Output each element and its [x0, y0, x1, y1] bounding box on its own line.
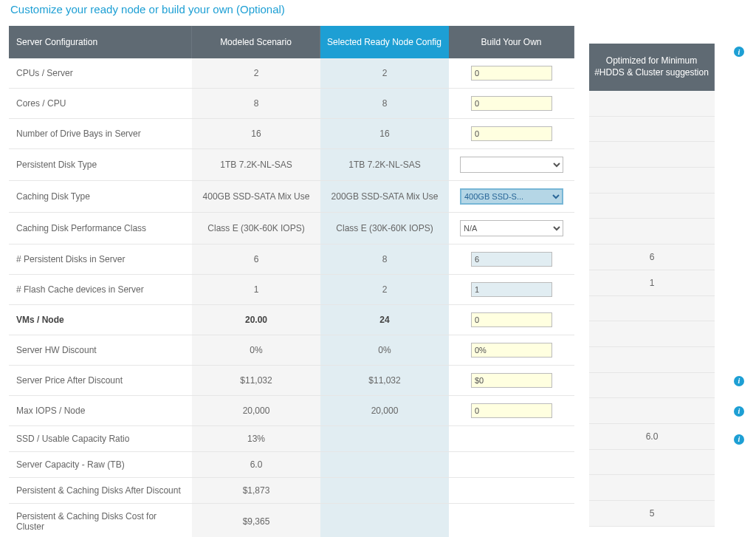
- selected-value: 2: [320, 275, 449, 305]
- byo-select[interactable]: 400GB SSD-S...: [460, 188, 563, 205]
- table-row: [589, 347, 715, 373]
- byo-cell: [449, 478, 574, 504]
- table-row: Persistent & Caching Disks Cost for Clus…: [9, 504, 574, 537]
- selected-value: 8: [320, 89, 449, 119]
- byo-input[interactable]: [471, 66, 552, 81]
- optimized-value: 5: [589, 501, 715, 527]
- byo-select[interactable]: N/A: [460, 220, 563, 236]
- byo-input[interactable]: [471, 282, 552, 297]
- modeled-value: 20,000: [192, 396, 320, 426]
- selected-value: [320, 478, 449, 504]
- page-title: Customize your ready node or build your …: [9, 0, 747, 26]
- table-row: [589, 373, 715, 399]
- byo-cell: [449, 452, 574, 478]
- info-icon[interactable]: i: [734, 47, 744, 57]
- row-label: Caching Disk Performance Class: [9, 213, 192, 244]
- row-label: Persistent Disk Type: [9, 149, 192, 181]
- modeled-value: 400GB SSD-SATA Mix Use: [192, 181, 320, 213]
- selected-value: 1TB 7.2K-NL-SAS: [320, 149, 449, 181]
- modeled-value: 0%: [192, 335, 320, 366]
- byo-input[interactable]: [471, 252, 552, 267]
- optimized-value: [589, 219, 715, 244]
- table-row: Server Price After Discount$11,032$11,03…: [9, 366, 574, 396]
- modeled-value: 1TB 7.2K-NL-SAS: [192, 149, 320, 181]
- table-row: [589, 219, 715, 244]
- optimized-value: [589, 91, 715, 117]
- byo-select[interactable]: [460, 157, 563, 173]
- optimized-table: Optimized for Minimum #HDDS & Cluster su…: [589, 44, 715, 527]
- modeled-value: Class E (30K-60K IOPS): [192, 213, 320, 244]
- info-icon[interactable]: i: [734, 434, 744, 445]
- optimized-value: [589, 475, 715, 501]
- table-row: Server HW Discount0%0%: [9, 335, 574, 366]
- optimized-value: [589, 321, 715, 347]
- optimized-value: [589, 142, 715, 168]
- selected-value: 8: [320, 244, 449, 275]
- table-row: Number of Drive Bays in Server1616: [9, 119, 574, 149]
- row-label: CPUs / Server: [9, 58, 192, 89]
- row-label: VMs / Node: [9, 305, 192, 335]
- byo-input[interactable]: [471, 126, 552, 141]
- byo-input[interactable]: [471, 96, 552, 111]
- table-row: 5: [589, 501, 715, 527]
- modeled-value: 6: [192, 244, 320, 275]
- optimized-value: [589, 373, 715, 399]
- modeled-value: 13%: [192, 426, 320, 452]
- table-row: # Flash Cache devices in Server12: [9, 275, 574, 305]
- optimized-value: [589, 347, 715, 373]
- info-icon[interactable]: i: [734, 406, 744, 417]
- optimized-value: [589, 296, 715, 322]
- byo-cell: [449, 275, 574, 305]
- byo-cell: [449, 396, 574, 426]
- modeled-value: 8: [192, 89, 320, 119]
- row-label: Server HW Discount: [9, 335, 192, 366]
- table-row: [589, 475, 715, 501]
- selected-value: 20,000: [320, 396, 449, 426]
- byo-cell: 400GB SSD-S...: [449, 181, 574, 213]
- table-row: [589, 450, 715, 476]
- modeled-value: $1,873: [192, 478, 320, 504]
- col-server-config: Server Configuration: [9, 26, 192, 58]
- modeled-value: 16: [192, 119, 320, 149]
- selected-value: Class E (30K-60K IOPS): [320, 213, 449, 244]
- byo-cell: [449, 305, 574, 335]
- byo-input[interactable]: [471, 343, 552, 358]
- table-row: Max IOPS / Node20,00020,000: [9, 396, 574, 426]
- table-row: Cores / CPU88: [9, 89, 574, 119]
- selected-value: [320, 504, 449, 537]
- table-row: [589, 142, 715, 168]
- optimized-value: 1: [589, 270, 715, 296]
- col-build-your-own: Build Your Own: [449, 26, 574, 58]
- selected-value: [320, 426, 449, 452]
- info-icon[interactable]: i: [734, 376, 744, 386]
- selected-value: $11,032: [320, 366, 449, 396]
- byo-input[interactable]: [471, 403, 552, 418]
- row-label: Caching Disk Type: [9, 181, 192, 213]
- col-selected-ready-node: Selected Ready Node Config: [320, 26, 449, 58]
- selected-value: 24: [320, 305, 449, 335]
- modeled-value: 1: [192, 275, 320, 305]
- table-row: Persistent Disk Type1TB 7.2K-NL-SAS1TB 7…: [9, 149, 574, 181]
- modeled-value: $11,032: [192, 366, 320, 396]
- byo-cell: [449, 504, 574, 537]
- table-row: [589, 194, 715, 219]
- byo-cell: [449, 335, 574, 366]
- byo-cell: [449, 426, 574, 452]
- modeled-value: 20.00: [192, 305, 320, 335]
- optimized-value: [589, 194, 715, 219]
- optimized-value: [589, 117, 715, 143]
- byo-input[interactable]: [471, 312, 552, 327]
- optimized-value: [589, 450, 715, 476]
- selected-value: 2: [320, 58, 449, 89]
- table-row: 6.0: [589, 424, 715, 450]
- byo-input[interactable]: [471, 373, 552, 388]
- row-label: Server Capacity - Raw (TB): [9, 452, 192, 478]
- row-label: SSD / Usable Capacity Ratio: [9, 426, 192, 452]
- table-row: VMs / Node20.0024: [9, 305, 574, 335]
- row-label: Server Price After Discount: [9, 366, 192, 396]
- table-row: [589, 168, 715, 194]
- optimized-value: [589, 168, 715, 194]
- table-row: Persistent & Caching Disks After Discoun…: [9, 478, 574, 504]
- byo-cell: [449, 119, 574, 149]
- row-label: # Flash Cache devices in Server: [9, 275, 192, 305]
